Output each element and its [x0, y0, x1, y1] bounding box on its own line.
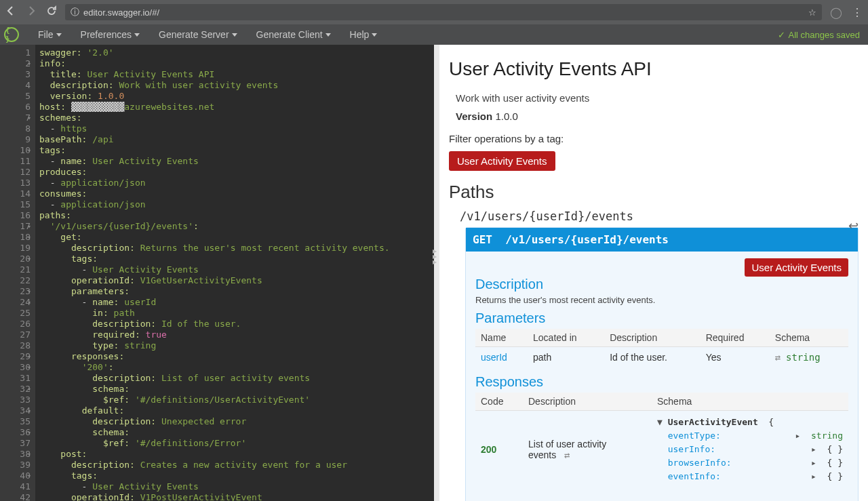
forward-icon[interactable] [26, 5, 37, 19]
menu-generate-client[interactable]: Generate Client [256, 29, 331, 40]
kebab-menu-icon[interactable]: ⋮ [852, 6, 863, 19]
caret-down-icon [56, 33, 62, 37]
address-bar[interactable]: ⓘ editor.swagger.io/#/ ☆ [65, 4, 822, 20]
back-icon[interactable] [5, 5, 16, 19]
api-description: Work with user activity events [456, 92, 859, 104]
table-row: 200 List of user activity events ⇄ ▼ Use… [475, 411, 848, 489]
menu-file[interactable]: File [38, 29, 62, 40]
schema-box: ▼ UserActivityEvent { eventType:▸ string… [652, 411, 848, 489]
swap-icon: ⇄ [564, 449, 570, 460]
app-menu-bar: { } File Preferences Generate Server Gen… [0, 24, 868, 45]
menu-help[interactable]: Help [350, 29, 378, 40]
info-icon[interactable]: ⓘ [71, 6, 79, 18]
browser-chrome-bar: ⓘ editor.swagger.io/#/ ☆ ◯ ⋮ [0, 0, 868, 24]
pane-splitter[interactable]: ▸▸▸ [434, 45, 439, 501]
api-version: Version 1.0.0 [456, 111, 859, 122]
parameters-table: NameLocated in DescriptionRequired Schem… [475, 329, 848, 367]
url-text: editor.swagger.io/#/ [83, 7, 159, 18]
path-title: /v1/users/{userId}/events [460, 209, 859, 223]
api-title: User Activity Events API [449, 58, 859, 80]
responses-heading: Responses [475, 374, 848, 390]
swagger-logo-icon: { } [4, 27, 19, 42]
menu-preferences[interactable]: Preferences [81, 29, 140, 40]
caret-down-icon [326, 33, 331, 37]
reload-icon[interactable] [46, 5, 57, 19]
table-header-row: Code Description Schema [475, 393, 848, 411]
table-header-row: NameLocated in DescriptionRequired Schem… [475, 329, 848, 347]
code-content[interactable]: swagger: '2.0'info: title: User Activity… [35, 45, 390, 501]
parameters-heading: Parameters [475, 310, 848, 326]
reply-arrow-icon[interactable]: ↩ [848, 218, 859, 233]
caret-down-icon [372, 33, 377, 37]
operation-description: Returns the user's most recent activity … [475, 295, 848, 305]
check-icon: ✓ [778, 30, 785, 40]
save-status: ✓ All changes saved [778, 30, 860, 40]
caret-down-icon [134, 33, 140, 37]
api-preview-pane: User Activity Events API Work with user … [439, 45, 868, 501]
operation-header[interactable]: GET /v1/users/{userId}/events [466, 228, 858, 252]
account-icon[interactable]: ◯ [830, 6, 842, 19]
description-heading: Description [475, 277, 848, 292]
swap-icon: ⇄ [775, 352, 781, 363]
operation-box: GET /v1/users/{userId}/events User Activ… [465, 227, 859, 501]
table-row: userId path Id of the user. Yes ⇄ string [475, 347, 848, 368]
line-number-gutter: 12▾34567▾8910▾11121314151617▾18▾1920▾212… [0, 45, 35, 501]
paths-heading: Paths [449, 182, 859, 203]
responses-table: Code Description Schema 200 List of user… [475, 393, 848, 488]
yaml-editor[interactable]: 12▾34567▾8910▾11121314151617▾18▾1920▾212… [0, 45, 434, 501]
star-icon[interactable]: ☆ [808, 7, 816, 18]
filter-label: Filter operations by a tag: [449, 133, 859, 144]
menu-generate-server[interactable]: Generate Server [159, 29, 237, 40]
caret-down-icon [232, 33, 237, 37]
tag-filter-pill[interactable]: User Activity Events [449, 151, 555, 171]
operation-tag-pill[interactable]: User Activity Events [745, 258, 848, 277]
